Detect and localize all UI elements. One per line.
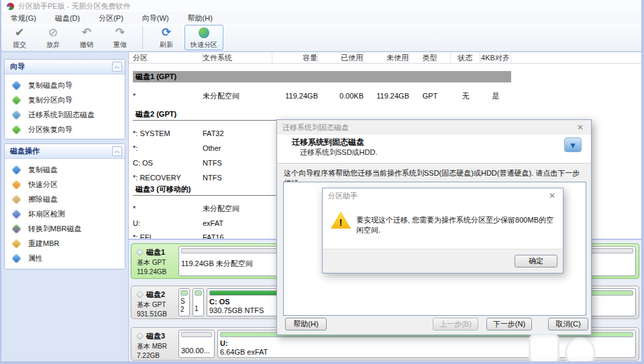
disk-ops-panel-header[interactable]: 磁盘操作 ︿ <box>5 144 125 159</box>
discard-button[interactable]: ⊘ 放弃 <box>38 25 68 50</box>
sidebar-item-quick-partition[interactable]: 快速分区 <box>5 177 125 192</box>
quick-partition-icon <box>199 27 209 38</box>
message-box-footer: 确定 <box>323 249 563 273</box>
bad-sector-test-icon <box>11 208 22 219</box>
disk-icon <box>136 332 144 340</box>
migrate-os-ssd-icon <box>11 109 22 120</box>
commit-check-icon: ✔ <box>15 26 24 40</box>
next-button[interactable]: 下一步(N) <box>486 318 532 330</box>
sidebar: 向导 ︿ 复制磁盘向导 复制分区向导 迁移系统到固态磁盘 分区 <box>1 52 129 364</box>
wizard-subheading: 迁移系统到SSD或HDD. <box>300 147 378 158</box>
sidebar-item-bad-sector-test[interactable]: 坏扇区检测 <box>5 206 125 221</box>
disk2-partition-msr-block[interactable]: 1 <box>193 288 204 316</box>
toolbar: ✔ 提交 ⊘ 放弃 ↶ 撤销 ↷ 重做 ⟳ 刷新 快速分区 <box>1 24 641 52</box>
commit-button[interactable]: ✔ 提交 <box>4 25 35 50</box>
col-filesystem[interactable]: 文件系统 <box>203 52 272 64</box>
close-icon[interactable]: ✕ <box>547 191 557 200</box>
sidebar-item-partition-recovery[interactable]: 分区恢复向导 <box>5 122 125 137</box>
refresh-icon: ⟳ <box>162 26 171 40</box>
menu-general[interactable]: 常规(G) <box>1 12 46 24</box>
cancel-button[interactable]: 取消(C) <box>548 318 588 330</box>
disk-icon <box>136 249 144 256</box>
warning-icon: ! <box>331 211 351 229</box>
table-header: 分区 文件系统 容量 已使用 未使用 类型 状态 4KB对齐 <box>129 52 643 64</box>
col-unused[interactable]: 未使用 <box>364 52 409 64</box>
warning-message-box: 分区助手 ✕ ! 要实现这个迁移, 您需要为操作系统分区至少保留800MB的空闲… <box>322 188 564 274</box>
disk-ops-panel: 磁盘操作 ︿ 复制磁盘 快速分区 擦除磁盘 坏扇区检测 <box>4 143 125 269</box>
titlebar: 分区助手PE版 - 无损分区免费软件 <box>1 0 641 12</box>
col-partition[interactable]: 分区 <box>133 52 203 64</box>
back-button: 上一步(B) <box>433 318 478 330</box>
wizard-heading: 迁移系统到固态磁盘 <box>292 137 364 148</box>
divider <box>277 163 591 164</box>
quick-partition-icon <box>11 179 22 190</box>
menu-disk[interactable]: 磁盘(D) <box>46 12 89 24</box>
wizard-panel-header[interactable]: 向导 ︿ <box>5 60 125 74</box>
disk-ops-panel-title: 磁盘操作 <box>10 146 40 156</box>
col-status[interactable]: 状态 <box>451 52 480 64</box>
window-title: 分区助手PE版 - 无损分区免费软件 <box>18 1 130 11</box>
menu-help[interactable]: 帮助(H) <box>178 12 222 24</box>
disk3-partition-1-block[interactable]: 300.00... <box>178 330 215 358</box>
redo-button[interactable]: ↷ 重做 <box>105 25 136 50</box>
collapse-chevron-icon[interactable]: ︿ <box>112 146 122 156</box>
properties-icon <box>11 253 22 263</box>
partition-recovery-icon <box>11 124 22 135</box>
col-type[interactable]: 类型 <box>409 52 451 64</box>
discard-icon: ⊘ <box>48 26 58 40</box>
help-button[interactable]: 帮助(H) <box>285 318 327 330</box>
menu-partition[interactable]: 分区(P) <box>89 12 133 24</box>
col-used[interactable]: 已使用 <box>318 52 364 64</box>
disk-icon <box>136 291 144 298</box>
sidebar-item-wipe-disk[interactable]: 擦除磁盘 <box>5 192 125 206</box>
disk2-partition-system-block[interactable]: S 2 <box>178 288 190 316</box>
sidebar-item-migrate-os-ssd[interactable]: 迁移系统到固态磁盘 <box>5 107 125 122</box>
partition-assistant-window: 分区助手PE版 - 无损分区免费软件 常规(G) 磁盘(D) 分区(P) 向导(… <box>0 0 644 364</box>
message-box-title: 分区助手 <box>328 191 358 201</box>
rebuild-mbr-icon <box>11 238 22 249</box>
disk1-section-header[interactable]: 磁盘1 (GPT) <box>133 71 511 82</box>
sidebar-item-copy-disk-wizard[interactable]: 复制磁盘向导 <box>5 78 125 93</box>
copy-partition-wizard-icon <box>11 95 22 105</box>
sidebar-item-convert-mbr[interactable]: 转换到MBR磁盘 <box>5 221 125 236</box>
close-icon[interactable]: ✕ <box>575 123 586 132</box>
convert-mbr-icon <box>11 223 22 234</box>
undo-icon: ↶ <box>82 26 91 40</box>
app-logo-icon <box>7 3 14 10</box>
sidebar-item-rebuild-mbr[interactable]: 重建MBR <box>5 236 125 251</box>
watermark-logo-icon <box>529 333 559 364</box>
wipe-disk-icon <box>11 194 22 204</box>
col-capacity[interactable]: 容量 <box>272 52 318 64</box>
watermark-circle-icon <box>565 337 596 364</box>
undo-button[interactable]: ↶ 撤销 <box>71 25 102 50</box>
copy-disk-icon <box>11 164 22 175</box>
ssd-disk-icon: ▼ <box>564 137 582 152</box>
wizard-header: 迁移系统到固态磁盘 迁移系统到SSD或HDD. ▼ <box>277 135 591 163</box>
table-row[interactable]: * 未分配空间 119.24GB 0.00KB 119.24GB GPT 无 是 <box>129 90 643 102</box>
wizard-dialog-titlebar: 迁移系统到固态磁盘 ✕ <box>277 120 591 135</box>
sidebar-item-copy-disk[interactable]: 复制磁盘 <box>5 162 125 177</box>
wizard-dialog-title: 迁移系统到固态磁盘 <box>282 123 349 133</box>
quick-partition-button[interactable]: 快速分区 <box>184 25 223 50</box>
menu-wizard[interactable]: 向导(W) <box>133 12 178 24</box>
copy-disk-wizard-icon <box>11 80 22 90</box>
warning-message: 要实现这个迁移, 您需要为操作系统分区至少保留800MB的空闲空间. <box>356 215 555 235</box>
collapse-chevron-icon[interactable]: ︿ <box>112 62 122 72</box>
sidebar-item-properties[interactable]: 属性 <box>5 251 125 265</box>
refresh-button[interactable]: ⟳ 刷新 <box>151 25 182 50</box>
menubar: 常规(G) 磁盘(D) 分区(P) 向导(W) 帮助(H) <box>1 12 641 24</box>
ok-button[interactable]: 确定 <box>515 255 557 267</box>
wizard-panel-title: 向导 <box>10 62 25 72</box>
wizard-panel: 向导 ︿ 复制磁盘向导 复制分区向导 迁移系统到固态磁盘 分区 <box>4 59 125 139</box>
col-4kalign[interactable]: 4KB对齐 <box>480 52 511 64</box>
sidebar-item-copy-partition-wizard[interactable]: 复制分区向导 <box>5 93 125 107</box>
redo-icon: ↷ <box>115 26 125 40</box>
toolbar-separator <box>142 26 143 49</box>
message-box-titlebar: 分区助手 ✕ <box>323 188 563 203</box>
